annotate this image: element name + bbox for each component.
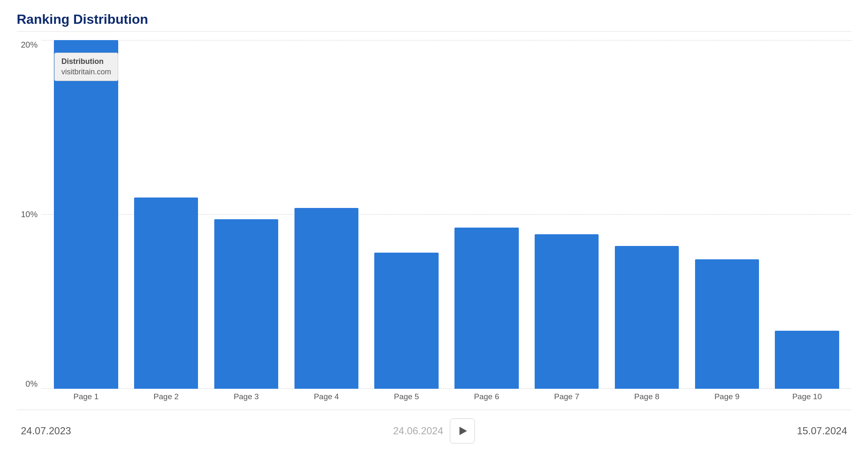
bar-group[interactable] [687,40,767,389]
bar-group[interactable] [126,40,206,389]
bar-group[interactable] [366,40,447,389]
y-axis-label: 10% [21,210,38,219]
bar-group[interactable] [286,40,366,389]
bar-group[interactable] [46,40,126,389]
x-axis-label: Page 6 [447,389,527,405]
timeline-start: 24.07.2023 [21,425,71,437]
timeline-bar: 24.07.2023 24.06.2024 15.07.2024 [17,418,851,443]
bar[interactable] [535,234,599,389]
bar[interactable] [615,246,679,389]
bar-group[interactable] [607,40,687,389]
top-divider [17,31,851,32]
page-title: Ranking Distribution [17,12,851,27]
x-axis-label: Page 9 [687,389,767,405]
play-button[interactable] [450,418,475,443]
y-axis: 20%10%0% [17,40,42,405]
chart-wrapper: 20%10%0% Distribution visitbritain.com P… [17,40,851,405]
x-axis-label: Page 3 [206,389,287,405]
bar-group[interactable] [447,40,527,389]
bar[interactable] [214,219,278,389]
x-axis-label: Page 10 [767,389,847,405]
bar[interactable] [134,198,198,389]
bottom-divider [17,410,851,410]
bar[interactable] [294,208,358,389]
bar-group[interactable] [767,40,847,389]
y-axis-label: 0% [25,379,38,389]
x-axis-label: Page 2 [126,389,206,405]
bar-group[interactable] [527,40,607,389]
bar-group[interactable] [206,40,287,389]
timeline-center: 24.06.2024 [393,418,475,443]
chart-inner: Distribution visitbritain.com Page 1Page… [42,40,851,405]
bar[interactable] [54,40,118,389]
y-axis-label: 20% [21,40,38,50]
bar[interactable] [695,259,759,389]
timeline-end: 15.07.2024 [797,425,847,437]
x-labels: Page 1Page 2Page 3Page 4Page 5Page 6Page… [42,389,851,405]
x-axis-label: Page 8 [607,389,687,405]
bar[interactable] [454,228,518,389]
play-icon [459,427,467,435]
bars-container [42,40,851,389]
chart-area: 20%10%0% Distribution visitbritain.com P… [17,40,851,405]
x-axis-label: Page 7 [527,389,607,405]
bar[interactable] [775,331,839,389]
x-axis-label: Page 1 [46,389,126,405]
x-axis-label: Page 4 [286,389,366,405]
timeline-current: 24.06.2024 [393,425,443,437]
x-axis-label: Page 5 [366,389,447,405]
bar[interactable] [374,253,438,389]
page-container: Ranking Distribution 20%10%0% Distributi… [0,0,868,456]
